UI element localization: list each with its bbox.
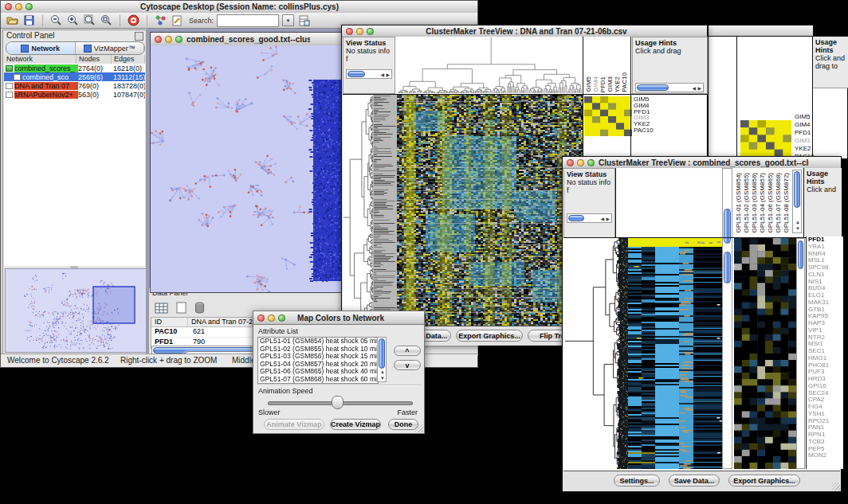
view-status-panel: View Status No status info f ◀ ▶ — [563, 168, 615, 238]
scroll-up-icon[interactable]: ▲ — [380, 369, 385, 374]
zoom-button[interactable] — [175, 36, 183, 43]
attribute-list: GPL51-01 (GSM854) heat shock 05 minGPL51… — [257, 337, 379, 384]
slower-label: Slower — [258, 408, 281, 416]
minimize-button[interactable] — [577, 159, 584, 166]
annotation-icon[interactable] — [171, 14, 184, 26]
column-dendrogram[interactable] — [397, 37, 583, 93]
row-dendrogram[interactable] — [564, 238, 628, 469]
treeview1-column-labels: GIM5GIM4PFD1GIM3YKE2PAC10 — [585, 38, 630, 92]
attribute-table-icon[interactable] — [153, 300, 169, 315]
zoom-button[interactable] — [587, 159, 595, 166]
zoom-selected-icon[interactable] — [100, 14, 113, 26]
treeview2-button[interactable]: Settings... — [614, 475, 660, 486]
scroll-down-icon[interactable]: ▼ — [795, 226, 800, 231]
vizmapper-icon[interactable] — [154, 14, 167, 26]
open-file-icon[interactable] — [6, 14, 19, 26]
detail-heatmap[interactable] — [734, 238, 796, 469]
network-list: combined_scores_ 2764(0) 16218(0) combin… — [4, 64, 145, 99]
status-welcome: Welcome to Cytoscape 2.6.2 — [7, 356, 109, 365]
resize-grip[interactable] — [415, 424, 423, 432]
done-button[interactable]: Done — [388, 419, 418, 430]
network-file-icon — [6, 65, 13, 72]
resize-grip[interactable] — [832, 483, 840, 490]
network-list-row[interactable]: combined_scores_ 2764(0) 16218(0) — [4, 64, 145, 72]
usage-hints-panel: Usage Hints Click and drag ◀ ▶ — [632, 37, 708, 94]
view-status-scrollbar[interactable]: ◀ ▶ — [346, 69, 392, 79]
main-heatmap[interactable] — [628, 238, 722, 469]
network-list-row[interactable]: DNA and Tran 07 769(0) 183728(0) — [4, 81, 145, 90]
scroll-left-icon[interactable]: ◀ — [692, 86, 696, 91]
attribute-list-scrollbar[interactable]: ▲ ▼ — [377, 337, 387, 382]
minimize-button[interactable] — [15, 3, 22, 10]
main-titlebar[interactable]: Cytoscape Desktop (Session Name: collins… — [1, 1, 477, 14]
row-label-strip — [373, 95, 397, 326]
animation-speed-label: Animation Speed — [258, 387, 313, 395]
network-list-row[interactable]: combined_sco 2569(6) 13112(15) — [4, 72, 145, 81]
birdseye-overview[interactable] — [5, 268, 147, 353]
scroll-left-icon[interactable]: ◀ — [600, 217, 604, 221]
zoom-button[interactable] — [26, 3, 33, 10]
new-attribute-icon[interactable] — [173, 300, 189, 315]
treeview2-button[interactable]: Save Data... — [669, 475, 720, 486]
gene-label[interactable]: MON2 — [808, 452, 843, 459]
delete-attribute-icon[interactable] — [191, 300, 207, 315]
scroll-down-icon[interactable]: ▼ — [380, 376, 385, 381]
scroll-right-icon[interactable]: ▶ — [386, 72, 390, 77]
scroll-right-icon[interactable]: ▶ — [697, 86, 701, 91]
attribute-list-item[interactable]: GPL51-07 (GSM868) heat shock 60 min — [258, 376, 378, 384]
attribute-list-label: Attribute List — [258, 327, 298, 335]
zoom-button[interactable] — [367, 28, 374, 35]
id-column-header: ID — [151, 318, 188, 326]
treeview-detail-window: GIM5GIM4PFD1GIM3YKE2PAC10 Usage Hints Cl… — [708, 25, 848, 159]
scroll-right-icon[interactable]: ▶ — [606, 217, 610, 221]
treeview2-window: ClusterMaker TreeView : combined_scores_… — [562, 156, 842, 492]
slider-thumb[interactable] — [332, 396, 344, 409]
zoom-out-icon[interactable] — [49, 14, 63, 26]
help-lifering-icon[interactable] — [127, 14, 140, 26]
map-colors-dialog: Map Colors to Network Attribute List GPL… — [253, 311, 425, 434]
search-dropdown-arrow[interactable]: ▼ — [282, 14, 294, 26]
usage-hints-panel: Usage Hints Click and — [804, 168, 842, 238]
scroll-left-icon[interactable]: ◀ — [380, 72, 384, 77]
control-panel-tab[interactable]: Network — [6, 42, 76, 54]
control-panel-tab[interactable]: VizMapper™ — [76, 42, 145, 54]
treeview1-row-labels: GIM5GIM4PFD1GIM3YKE2PAC10 — [634, 96, 654, 134]
close-button[interactable] — [567, 159, 574, 166]
detail-vscrollbar[interactable] — [796, 238, 805, 469]
main-vscrollbar[interactable] — [722, 168, 732, 469]
save-icon[interactable] — [22, 14, 36, 26]
zoom-fit-icon[interactable] — [83, 14, 96, 26]
view-status-scrollbar[interactable]: ◀ ▶ — [567, 213, 612, 223]
minimize-button[interactable] — [268, 315, 275, 322]
network-list-row[interactable]: sRNAPuberNov2+ 563(0) 107847(0) — [4, 90, 145, 99]
close-button[interactable] — [257, 315, 265, 322]
network-view-canvas[interactable] — [151, 45, 342, 292]
scroll-up-icon[interactable]: ▲ — [795, 220, 800, 225]
zoom-button[interactable] — [278, 315, 285, 322]
control-panel-title: Control Panel — [3, 30, 146, 41]
label-vscrollbar[interactable]: ▲ ▼ — [792, 170, 802, 233]
row-dendrogram[interactable] — [343, 95, 373, 326]
minimize-button[interactable] — [165, 36, 172, 43]
zoom-in-icon[interactable] — [66, 14, 80, 26]
search-input[interactable] — [217, 14, 279, 27]
move-down-button[interactable]: v — [394, 360, 421, 370]
main-window-title: Cytoscape Desktop (Session Name: collins… — [37, 2, 442, 11]
treeview2-button[interactable]: Export Graphics... — [728, 475, 800, 486]
network-tab-icon — [84, 45, 92, 53]
minimize-button[interactable] — [356, 28, 363, 35]
animate-vizmap-button[interactable]: Animate Vizmap — [264, 419, 324, 430]
zoom-matrix-heatmap[interactable] — [584, 96, 632, 136]
close-button[interactable] — [5, 3, 12, 10]
network-tab-icon — [21, 45, 29, 53]
treeview1-button[interactable]: Export Graphics... — [456, 330, 523, 342]
move-up-button[interactable]: ^ — [394, 346, 421, 356]
view-status-panel: View Status No status info f ◀ ▶ — [343, 37, 395, 94]
global-heatmap[interactable] — [397, 95, 583, 326]
create-vizmap-button[interactable]: Create Vizmap — [330, 419, 381, 430]
usage-hints-scrollbar[interactable]: ◀ ▶ — [635, 83, 704, 92]
float-panel-icon[interactable] — [135, 32, 143, 41]
table-import-icon[interactable] — [297, 14, 311, 26]
close-button[interactable] — [155, 36, 162, 43]
close-button[interactable] — [346, 28, 353, 35]
